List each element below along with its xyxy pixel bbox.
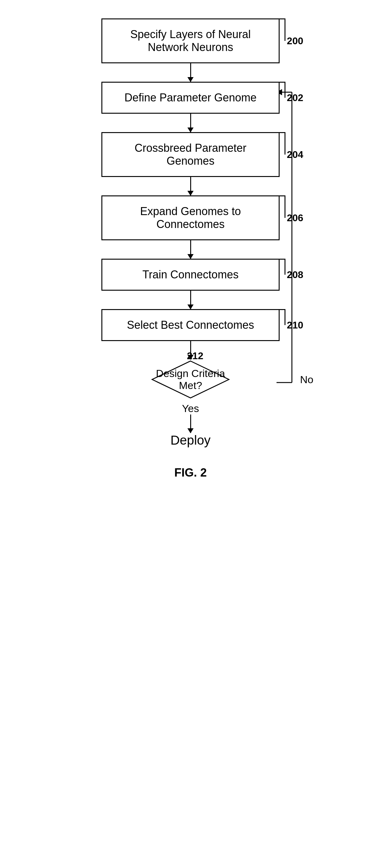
box-210-label: Select Best Connectomes bbox=[127, 319, 254, 332]
box-204: Crossbreed Parameter Genomes 204 bbox=[101, 132, 280, 177]
arrow-5 bbox=[190, 291, 191, 309]
box-210: Select Best Connectomes 210 bbox=[101, 309, 280, 341]
no-label: No bbox=[300, 374, 313, 385]
box-202-label: Define Parameter Genome bbox=[124, 91, 257, 104]
box-206-label: Expand Genomes to Connectomes bbox=[112, 205, 269, 231]
box-200-label: Specify Layers of Neural Network Neurons bbox=[112, 28, 269, 54]
box-210-ref: 210 bbox=[287, 319, 303, 331]
box-200: Specify Layers of Neural Network Neurons… bbox=[101, 19, 280, 63]
deploy-label: Deploy bbox=[170, 433, 211, 447]
diamond-212: Design Criteria Met? 212 bbox=[151, 360, 230, 399]
arrow-1 bbox=[190, 63, 191, 82]
arrow-4 bbox=[190, 240, 191, 259]
arrow-3 bbox=[190, 177, 191, 195]
figure-label: FIG. 2 bbox=[174, 466, 207, 479]
arrow-6 bbox=[190, 341, 191, 360]
diagram-container: Specify Layers of Neural Network Neurons… bbox=[0, 0, 381, 868]
flow-wrapper: Specify Layers of Neural Network Neurons… bbox=[83, 19, 298, 479]
box-206: Expand Genomes to Connectomes 206 bbox=[101, 195, 280, 240]
box-200-ref: 200 bbox=[287, 35, 303, 47]
diamond-label: Design Criteria Met? bbox=[151, 368, 230, 392]
box-202: Define Parameter Genome 202 bbox=[101, 82, 280, 114]
box-202-ref: 202 bbox=[287, 92, 303, 103]
deploy-text: Deploy bbox=[170, 433, 211, 448]
yes-label: Yes bbox=[182, 403, 199, 414]
arrow-7 bbox=[190, 414, 191, 433]
box-208-label: Train Connectomes bbox=[142, 268, 239, 281]
arrow-2 bbox=[190, 114, 191, 132]
box-204-label: Crossbreed Parameter Genomes bbox=[112, 142, 269, 167]
box-206-ref: 206 bbox=[287, 212, 303, 224]
box-208: Train Connectomes 208 bbox=[101, 259, 280, 291]
box-208-ref: 208 bbox=[287, 269, 303, 281]
diamond-ref: 212 bbox=[129, 350, 261, 362]
box-204-ref: 204 bbox=[287, 149, 303, 160]
